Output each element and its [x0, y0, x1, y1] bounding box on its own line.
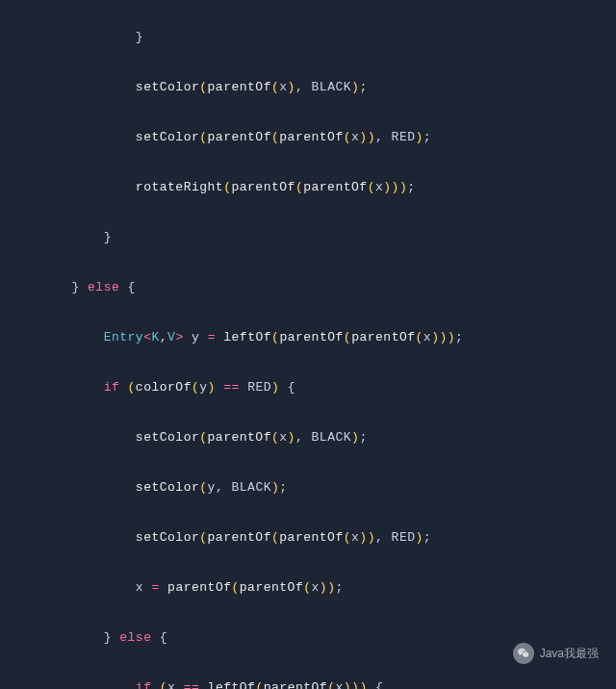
code-line: x = parentOf(parentOf(x)); — [8, 575, 616, 600]
code-line: } else { — [8, 275, 616, 300]
fn-rotateRight: rotateRight — [136, 180, 223, 194]
code-line: } — [8, 225, 616, 250]
code-line: setColor(parentOf(x), BLACK); — [8, 75, 616, 100]
code-line: if (colorOf(y) == RED) { — [8, 375, 616, 400]
watermark-text: Java我最强 — [540, 641, 599, 666]
code-line: setColor(parentOf(x), BLACK); — [8, 425, 616, 450]
kw-if: if — [104, 380, 120, 395]
code-line: setColor(parentOf(parentOf(x)), RED); — [8, 125, 616, 150]
code-line: } — [8, 25, 616, 50]
code-line: setColor(y, BLACK); — [8, 475, 616, 500]
fn-setColor: setColor — [136, 80, 199, 94]
fn-parentOf: parentOf — [208, 80, 271, 94]
code-line: setColor(parentOf(parentOf(x)), RED); — [8, 525, 616, 550]
fn-colorOf: colorOf — [136, 380, 192, 395]
brace-close: } — [136, 30, 143, 44]
code-block: } setColor(parentOf(x), BLACK); setColor… — [0, 0, 616, 689]
fn-leftOf: leftOf — [223, 330, 271, 344]
kw-else: else — [88, 280, 119, 294]
watermark: Java我最强 — [513, 641, 599, 666]
code-line: Entry<K,V> y = leftOf(parentOf(parentOf(… — [8, 325, 616, 350]
type-Entry: Entry — [104, 330, 144, 344]
wechat-icon — [513, 643, 534, 664]
code-line: if (x == leftOf(parentOf(x))) { — [8, 676, 616, 689]
code-line: rotateRight(parentOf(parentOf(x))); — [8, 175, 616, 200]
